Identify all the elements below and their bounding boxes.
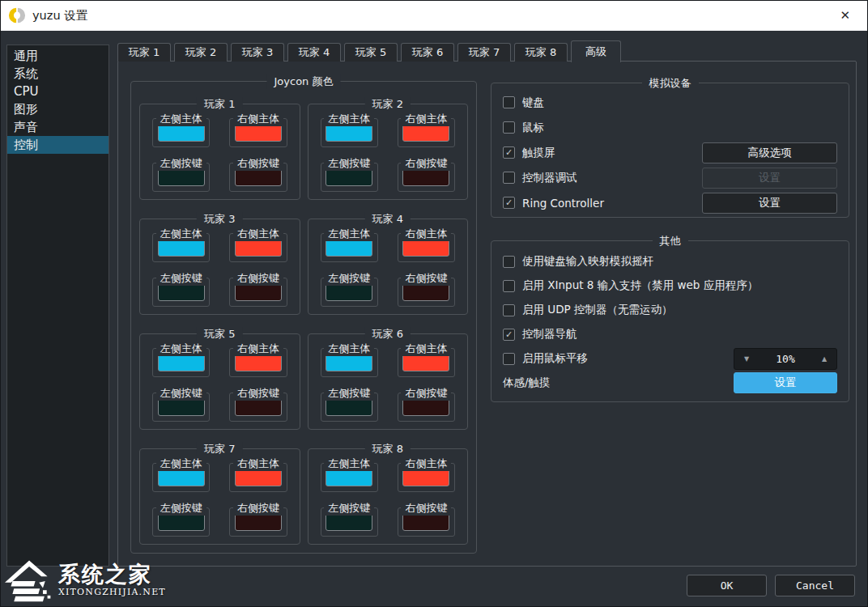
right-buttons-color-button[interactable]	[235, 168, 282, 186]
left-buttons-color-button[interactable]	[158, 398, 205, 416]
ring-controller-settings-button[interactable]: 设置	[702, 193, 837, 214]
left-body-color-button[interactable]	[158, 354, 205, 371]
right-buttons-color-button[interactable]	[402, 168, 449, 186]
left-buttons-color-button[interactable]	[326, 168, 372, 186]
ring-controller-checkbox[interactable]: ✓	[503, 197, 515, 209]
tab-player-8[interactable]: 玩家 8	[514, 43, 568, 62]
mouse-checkbox-label[interactable]: 鼠标	[522, 121, 544, 135]
left-buttons-color-button[interactable]	[326, 513, 372, 531]
player-group-title-7: 玩家 7	[197, 442, 242, 456]
other-row-emulate-analog-with-keyboard: 使用键盘输入映射模拟摇杆	[503, 249, 837, 274]
tab-player-3[interactable]: 玩家 3	[231, 43, 284, 62]
emulate-analog-with-keyboard-checkbox[interactable]	[503, 256, 515, 268]
swatch-label-left-buttons: 左侧按键	[324, 386, 374, 401]
keyboard-checkbox[interactable]	[503, 96, 515, 108]
left-buttons-color-button[interactable]	[158, 513, 205, 531]
right-buttons-color-button[interactable]	[402, 283, 449, 301]
swatch-group-left-body: 左侧主体	[321, 463, 378, 492]
swatch-group-right-body: 右侧主体	[229, 118, 287, 147]
left-buttons-color-button[interactable]	[326, 398, 372, 416]
sidebar-item-graphics[interactable]: 图形	[7, 100, 108, 118]
right-body-color-button[interactable]	[402, 124, 449, 142]
swatch-label-left-body: 左侧主体	[324, 227, 374, 241]
right-body-color-button[interactable]	[235, 124, 282, 142]
ring-controller-checkbox-label[interactable]: Ring Controller	[522, 197, 604, 210]
swatch-group-right-body: 右侧主体	[229, 348, 287, 377]
touchscreen-checkbox[interactable]: ✓	[503, 146, 515, 159]
swatch-label-left-buttons: 左侧按键	[156, 156, 206, 171]
touchscreen-advanced-button[interactable]: 高级选项	[702, 142, 837, 163]
swatch-group-right-buttons: 右侧按键	[398, 507, 455, 537]
controller-debug-settings-button[interactable]: 设置	[702, 168, 837, 189]
left-body-color-button[interactable]	[326, 124, 372, 142]
spin-down-icon[interactable]: ▼	[734, 355, 759, 363]
left-body-color-button[interactable]	[326, 469, 372, 486]
left-body-color-button[interactable]	[158, 239, 205, 257]
right-body-color-button[interactable]	[235, 469, 282, 486]
mouse-panning-checkbox-label[interactable]: 启用鼠标平移	[522, 351, 588, 366]
left-body-color-button[interactable]	[326, 239, 372, 257]
mouse-panning-checkbox[interactable]	[503, 353, 515, 365]
swatch-group-left-buttons: 左侧按键	[152, 393, 210, 422]
ok-button[interactable]: OK	[687, 575, 767, 596]
sidebar-item-controls[interactable]: 控制	[7, 136, 108, 154]
tab-player-2[interactable]: 玩家 2	[174, 43, 228, 62]
left-buttons-color-button[interactable]	[158, 168, 205, 186]
player-group-5: 玩家 5左侧主体右侧主体左侧按键右侧按键	[139, 333, 300, 430]
sidebar-item-audio[interactable]: 声音	[7, 118, 108, 136]
left-buttons-color-button[interactable]	[158, 283, 205, 301]
player-group-title-1: 玩家 1	[197, 97, 242, 112]
controller-navigation-checkbox[interactable]: ✓	[503, 329, 515, 341]
tab-player-7[interactable]: 玩家 7	[457, 43, 511, 62]
tab-player-6[interactable]: 玩家 6	[401, 43, 454, 62]
left-body-color-button[interactable]	[326, 354, 372, 371]
cancel-button[interactable]: Cancel	[775, 575, 855, 596]
swatch-label-right-body: 右侧主体	[401, 227, 451, 241]
xinput8-checkbox-label[interactable]: 启用 XInput 8 输入支持（禁用 web 应用程序）	[522, 278, 758, 293]
player-group-title-2: 玩家 2	[365, 97, 411, 112]
right-body-color-button[interactable]	[402, 239, 449, 257]
left-body-color-button[interactable]	[158, 469, 205, 486]
right-buttons-color-button[interactable]	[402, 398, 449, 416]
tab-player-1[interactable]: 玩家 1	[117, 43, 171, 62]
right-buttons-color-button[interactable]	[235, 513, 282, 531]
tab-advanced[interactable]: 高级	[571, 40, 621, 62]
sidebar-item-system[interactable]: 系统	[7, 65, 108, 83]
keyboard-checkbox-label[interactable]: 键盘	[522, 96, 544, 110]
controller-debug-checkbox[interactable]	[503, 172, 515, 184]
udp-controller-checkbox-label[interactable]: 启用 UDP 控制器（无需运动）	[522, 303, 673, 317]
right-buttons-color-button[interactable]	[235, 283, 282, 301]
watermark-title: 系统之家	[58, 563, 166, 586]
swatch-label-right-buttons: 右侧按键	[233, 156, 283, 171]
sidebar-item-general[interactable]: 通用	[7, 47, 108, 65]
xinput8-checkbox[interactable]	[503, 280, 515, 292]
touchscreen-checkbox-label[interactable]: 触摸屏	[522, 146, 555, 160]
left-buttons-color-button[interactable]	[326, 283, 372, 301]
right-body-color-button[interactable]	[235, 239, 282, 257]
udp-controller-checkbox[interactable]	[503, 304, 515, 316]
right-body-color-button[interactable]	[402, 469, 449, 486]
mouse-panning-spinbox[interactable]: ▼10%▲	[734, 348, 837, 370]
motion-touch-settings-button[interactable]: 设置	[734, 372, 837, 393]
tab-player-5[interactable]: 玩家 5	[344, 43, 398, 62]
close-icon[interactable]: ✕	[833, 6, 857, 25]
right-buttons-color-button[interactable]	[402, 513, 449, 531]
controller-debug-checkbox-label[interactable]: 控制器调试	[522, 171, 577, 185]
right-body-color-button[interactable]	[402, 354, 449, 371]
right-buttons-color-button[interactable]	[235, 398, 282, 416]
other-row-udp-controller: 启用 UDP 控制器（无需运动）	[503, 298, 837, 322]
tab-player-4[interactable]: 玩家 4	[287, 43, 341, 62]
swatch-group-right-buttons: 右侧按键	[229, 507, 287, 537]
mouse-checkbox[interactable]	[503, 121, 515, 134]
player-group-4: 玩家 4左侧主体右侧主体左侧按键右侧按键	[308, 219, 469, 315]
spin-up-icon[interactable]: ▲	[812, 355, 836, 363]
swatch-group-left-buttons: 左侧按键	[152, 507, 210, 537]
swatch-label-left-buttons: 左侧按键	[156, 271, 206, 286]
left-body-color-button[interactable]	[158, 124, 205, 142]
right-body-color-button[interactable]	[235, 354, 282, 371]
controller-navigation-checkbox-label[interactable]: 控制器导航	[522, 327, 577, 342]
player-group-title-5: 玩家 5	[197, 327, 242, 342]
other-options-group: 其他 使用键盘输入映射模拟摇杆启用 XInput 8 输入支持（禁用 web 应…	[491, 240, 849, 402]
sidebar-item-cpu[interactable]: CPU	[7, 83, 108, 100]
emulate-analog-with-keyboard-checkbox-label[interactable]: 使用键盘输入映射模拟摇杆	[522, 254, 653, 269]
